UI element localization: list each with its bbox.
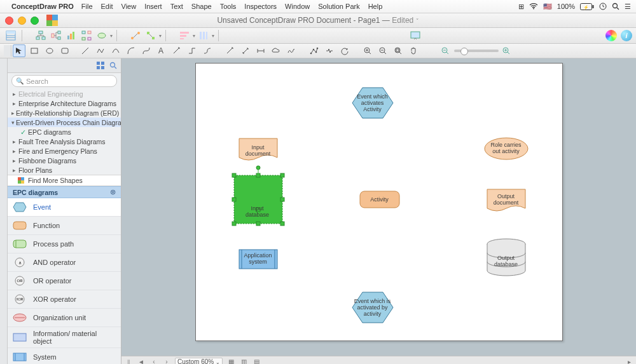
menu-edit[interactable]: Edit <box>101 3 113 10</box>
first-page-icon[interactable]: ◄ <box>137 358 146 365</box>
hscroll-right[interactable]: ▸ <box>625 358 633 365</box>
zoom-fit-icon[interactable] <box>392 44 404 57</box>
spline-tool-icon[interactable] <box>109 44 122 57</box>
canvas-input-doc[interactable] <box>239 138 277 160</box>
menu-inspectors[interactable]: Inspectors <box>244 3 277 10</box>
next-page-icon[interactable]: › <box>162 358 171 365</box>
stencil-header[interactable]: EPC diagrams ⊗ <box>8 186 121 198</box>
chart-icon[interactable] <box>64 29 78 42</box>
shape-item-info[interactable]: Information/ material object <box>8 327 121 348</box>
connector2-icon[interactable] <box>186 44 198 57</box>
tree-icon[interactable] <box>34 29 48 42</box>
line-tool-icon[interactable] <box>79 44 92 57</box>
tree-row[interactable]: ▸Fishbone Diagrams <box>8 156 121 165</box>
polyline-tool-icon[interactable] <box>94 44 107 57</box>
shape-item-function[interactable]: Function <box>8 217 121 235</box>
drawing-page[interactable]: Event which activates Activity Input doc… <box>195 63 563 341</box>
shape-item-org[interactable]: Organization unit <box>8 309 121 327</box>
menu-tools[interactable]: Tools <box>220 3 237 10</box>
canvas-output-db[interactable] <box>487 239 525 276</box>
tree-row[interactable]: ▸Fire and Emergency Plans <box>8 146 121 156</box>
zoom-out-icon[interactable] <box>377 44 389 57</box>
menu-window[interactable]: Window <box>285 3 310 10</box>
search-toggle-icon[interactable] <box>108 60 118 71</box>
menu-shape[interactable]: Shape <box>191 3 212 10</box>
menu-icon[interactable]: ☰ <box>625 3 631 11</box>
map-icon[interactable] <box>95 29 109 42</box>
selection-handles[interactable] <box>232 166 284 226</box>
view-mode-1-icon[interactable]: ▦ <box>226 358 235 365</box>
find-more-shapes[interactable]: Find More Shapes <box>8 175 121 186</box>
canvas-app-system[interactable] <box>239 250 277 269</box>
connector-icon[interactable] <box>128 29 142 42</box>
menu-text[interactable]: Text <box>170 3 183 10</box>
text-tool-icon[interactable]: A <box>155 44 168 57</box>
pointer-tool-icon[interactable] <box>13 44 25 57</box>
flag-icon[interactable]: 🇺🇸 <box>543 3 552 11</box>
grid-icon[interactable]: ⊞ <box>518 3 524 11</box>
connector3-icon[interactable] <box>201 44 214 57</box>
app-name[interactable]: ConceptDraw PRO <box>11 3 74 10</box>
zoom-slider[interactable] <box>454 50 499 52</box>
canvas-role[interactable] <box>485 138 528 159</box>
tree-row[interactable]: ▸Floor Plans <box>8 165 121 175</box>
grid-view-icon[interactable] <box>95 60 106 71</box>
library-toggle-icon[interactable] <box>4 29 18 42</box>
zoom-minus-icon[interactable] <box>439 44 452 57</box>
align-icon[interactable] <box>177 29 191 42</box>
tree-row-cut[interactable]: ▸Electrical Engineering <box>8 89 121 98</box>
zoom-select[interactable]: Custom 60% ⌄ <box>175 358 223 364</box>
wifi-icon[interactable] <box>529 3 538 10</box>
zoom-plus-icon[interactable] <box>500 44 513 57</box>
pan-tool-icon[interactable] <box>407 44 420 57</box>
battery-icon[interactable]: ⚡ <box>580 3 594 10</box>
shape-item-xor[interactable]: XOR XOR operator <box>8 290 121 309</box>
double-arrow-icon[interactable] <box>239 44 252 57</box>
flow-icon[interactable] <box>80 29 93 42</box>
tree-row-selected[interactable]: ▾Event-Driven Process Chain Diagrams <box>8 118 121 127</box>
menu-insert[interactable]: Insert <box>144 3 162 10</box>
ellipse-tool-icon[interactable] <box>43 44 56 57</box>
search-icon[interactable] <box>612 3 619 10</box>
library-search-input[interactable]: 🔍 Search <box>11 75 117 87</box>
menu-view[interactable]: View <box>121 3 137 10</box>
info-icon[interactable]: i <box>621 30 632 41</box>
tree-row-child[interactable]: ✓EPC diagrams <box>8 127 121 137</box>
connector1-icon[interactable] <box>170 44 183 57</box>
zoom-in-icon[interactable] <box>361 44 374 57</box>
shape-item-process[interactable]: Process path <box>8 235 121 253</box>
cloud-icon[interactable] <box>270 44 282 57</box>
left-tab-strip[interactable] <box>0 58 8 364</box>
dimension-icon[interactable] <box>254 44 267 57</box>
clock-icon[interactable] <box>599 3 607 10</box>
color-wheel-icon[interactable] <box>605 30 617 41</box>
canvas-output-doc[interactable] <box>487 189 525 211</box>
break-icon[interactable] <box>323 44 336 57</box>
rotate-icon[interactable] <box>338 44 351 57</box>
scroll-handle-icon[interactable]: ⦀ <box>124 358 133 365</box>
freehand-icon[interactable] <box>285 44 298 57</box>
edit-points-icon[interactable] <box>308 44 321 57</box>
presentation-icon[interactable] <box>408 29 422 42</box>
arrow-line-icon[interactable] <box>224 44 237 57</box>
tree2-icon[interactable] <box>49 29 63 42</box>
distribute-icon[interactable] <box>197 29 211 42</box>
tree-row[interactable]: ▸Entity-Relationship Diagram (ERD) <box>8 108 121 118</box>
tree-row[interactable]: ▸Enterprise Architecture Diagrams <box>8 98 121 108</box>
link-icon[interactable] <box>144 29 158 42</box>
canvas-event-top[interactable] <box>352 88 393 118</box>
roundrect-tool-icon[interactable] <box>59 44 71 57</box>
view-mode-3-icon[interactable]: ▤ <box>252 358 261 365</box>
tree-row[interactable]: ▸Fault Tree Analysis Diagrams <box>8 137 121 146</box>
canvas-viewport[interactable]: Event which activates Activity Input doc… <box>121 58 636 356</box>
shape-item-system[interactable]: System <box>8 348 121 364</box>
shape-item-event[interactable]: Event <box>8 198 121 217</box>
menu-help[interactable]: Help <box>368 3 383 10</box>
arc-tool-icon[interactable] <box>125 44 137 57</box>
shape-item-and[interactable]: ∧ AND operator <box>8 253 121 272</box>
close-stencil-icon[interactable]: ⊗ <box>110 188 116 196</box>
menu-file[interactable]: File <box>81 3 93 10</box>
bezier-tool-icon[interactable] <box>140 44 153 57</box>
prev-page-icon[interactable]: ‹ <box>149 358 158 365</box>
rect-tool-icon[interactable] <box>28 44 41 57</box>
